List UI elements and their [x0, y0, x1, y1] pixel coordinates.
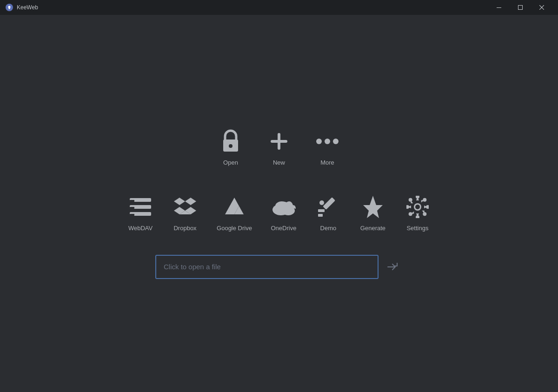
- window-controls: [488, 0, 552, 15]
- svg-marker-19: [174, 198, 185, 205]
- svg-rect-14: [130, 200, 134, 202]
- svg-rect-16: [130, 207, 134, 209]
- lock-icon: [218, 128, 244, 154]
- open-action[interactable]: Open: [218, 128, 244, 166]
- svg-point-11: [325, 139, 330, 144]
- file-path-input[interactable]: [155, 255, 379, 279]
- svg-rect-30: [323, 197, 335, 210]
- svg-point-43: [423, 198, 426, 201]
- svg-point-10: [316, 139, 322, 144]
- svg-point-40: [409, 198, 412, 201]
- main-content: Open New More: [0, 15, 558, 392]
- webdav-action[interactable]: WebDAV: [127, 194, 153, 232]
- enter-button[interactable]: [382, 257, 403, 277]
- svg-point-41: [423, 212, 426, 216]
- file-input-area: [155, 255, 403, 279]
- onedrive-icon: [271, 194, 297, 220]
- maximize-button[interactable]: [510, 0, 531, 15]
- settings-label: Settings: [406, 225, 428, 232]
- new-action[interactable]: New: [266, 128, 292, 166]
- svg-rect-32: [318, 214, 323, 217]
- svg-marker-24: [230, 198, 239, 206]
- dots-icon: [314, 128, 340, 154]
- bottom-actions-row: WebDAV Dropbox: [127, 194, 431, 232]
- settings-action[interactable]: Settings: [405, 194, 431, 232]
- svg-point-33: [319, 200, 324, 205]
- svg-point-39: [426, 205, 429, 209]
- svg-marker-20: [185, 198, 196, 205]
- dropbox-label: Dropbox: [173, 225, 196, 232]
- svg-point-38: [406, 205, 409, 209]
- minimize-button[interactable]: [488, 0, 510, 15]
- dropbox-icon: [172, 194, 198, 220]
- generate-action[interactable]: Generate: [360, 194, 386, 232]
- svg-point-42: [409, 212, 412, 216]
- svg-rect-2: [497, 7, 501, 8]
- more-action[interactable]: More: [314, 128, 340, 166]
- onedrive-action[interactable]: OneDrive: [271, 194, 297, 232]
- app-logo: [6, 4, 13, 11]
- dropbox-action[interactable]: Dropbox: [172, 194, 198, 232]
- svg-point-35: [415, 205, 420, 209]
- svg-rect-31: [318, 209, 325, 212]
- svg-rect-1: [9, 8, 10, 9]
- app-title: KeeWeb: [17, 4, 488, 11]
- more-label: More: [320, 159, 334, 166]
- google-drive-action[interactable]: Google Drive: [217, 194, 252, 232]
- google-drive-icon: [221, 194, 247, 220]
- new-label: New: [273, 159, 285, 166]
- svg-rect-3: [518, 6, 523, 10]
- titlebar: KeeWeb: [0, 0, 558, 15]
- demo-label: Demo: [320, 225, 337, 232]
- svg-point-12: [333, 139, 339, 144]
- svg-rect-9: [271, 140, 287, 143]
- svg-rect-18: [130, 214, 134, 216]
- svg-point-36: [416, 196, 419, 199]
- svg-point-37: [416, 215, 419, 218]
- onedrive-label: OneDrive: [271, 225, 296, 232]
- open-label: Open: [223, 159, 238, 166]
- svg-rect-7: [229, 144, 232, 148]
- generate-icon: [360, 194, 386, 220]
- settings-icon: [405, 194, 431, 220]
- google-drive-label: Google Drive: [217, 225, 252, 232]
- webdav-icon: [127, 194, 153, 220]
- demo-action[interactable]: Demo: [315, 194, 341, 232]
- demo-icon: [315, 194, 341, 220]
- close-button[interactable]: [531, 0, 552, 15]
- top-actions-row: Open New More: [218, 128, 340, 166]
- generate-label: Generate: [360, 225, 385, 232]
- webdav-label: WebDAV: [128, 225, 153, 232]
- plus-icon: [266, 128, 292, 154]
